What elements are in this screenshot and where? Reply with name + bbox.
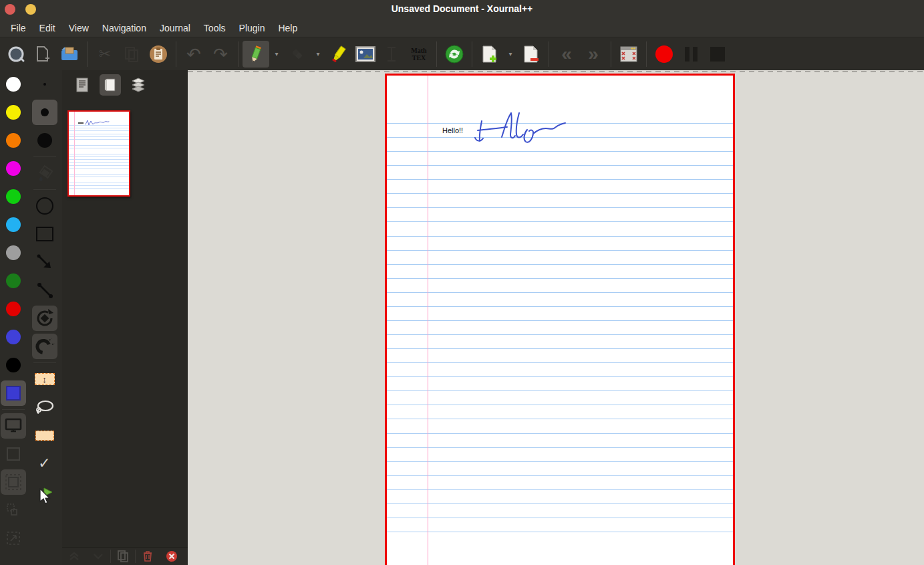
select-object-button[interactable]: ✓ (32, 451, 57, 476)
menu-help[interactable]: Help (271, 21, 304, 35)
double-chevron-left-icon: « (561, 45, 572, 64)
draw-ellipse-button[interactable] (32, 193, 57, 219)
color-swatch (6, 217, 21, 232)
copy-button[interactable] (118, 41, 145, 68)
document-page[interactable]: Hello!! (385, 74, 735, 565)
math-tex-button[interactable]: Math TEX (406, 41, 432, 68)
draw-rectangle-button[interactable] (32, 221, 57, 247)
delete-page-button[interactable] (518, 41, 545, 68)
text-tool-button[interactable] (379, 41, 406, 68)
tab-contents[interactable] (71, 74, 93, 96)
close-icon (166, 550, 178, 562)
rule-line (387, 221, 733, 222)
tab-layers[interactable] (128, 74, 149, 96)
paste-button[interactable] (145, 41, 172, 68)
stop-audio-button[interactable] (704, 41, 731, 68)
delete-page-icon (522, 45, 540, 64)
math-tex-icon: Math TEX (411, 47, 426, 62)
close-preview-button[interactable] (160, 548, 184, 565)
layers-icon (130, 77, 146, 93)
insert-image-button[interactable] (352, 41, 379, 68)
new-document-button[interactable] (29, 41, 56, 68)
new-document-icon (35, 45, 51, 63)
eraser-tool-button[interactable] (284, 41, 311, 68)
record-audio-button[interactable] (651, 41, 677, 68)
next-annotated-page-button[interactable]: » (580, 41, 607, 68)
rule-line (387, 306, 733, 307)
rule-line (387, 151, 733, 152)
thumbnail-text (78, 122, 84, 124)
highlighter-tool-button[interactable] (325, 41, 352, 68)
move-page-up-button[interactable] (62, 548, 86, 565)
toolbar-separator (176, 41, 176, 67)
color-swatch (6, 133, 21, 148)
window-title: Unsaved Document - Xournal++ (0, 3, 924, 14)
copy-page-button[interactable] (111, 548, 135, 565)
menu-plugin[interactable]: Plugin (233, 21, 272, 35)
select-region-button[interactable] (32, 394, 57, 420)
redo-button[interactable]: ↷ (207, 41, 234, 68)
menu-file[interactable]: File (4, 21, 33, 35)
color-green-button[interactable] (1, 184, 26, 209)
fullscreen-button[interactable] (615, 41, 642, 68)
color-red-button[interactable] (1, 296, 26, 322)
draw-arrow-button[interactable] (32, 249, 57, 275)
separator (33, 362, 56, 363)
menu-view[interactable]: View (62, 21, 96, 35)
page-thumbnail[interactable] (67, 110, 130, 197)
color-blue-button[interactable] (1, 324, 26, 350)
thickness-fine-button[interactable] (32, 72, 57, 97)
cut-button[interactable]: ✂ (92, 41, 118, 68)
fill-button[interactable] (32, 160, 57, 186)
pen-options-dropdown[interactable]: ▾ (269, 41, 284, 68)
menu-edit[interactable]: Edit (33, 21, 62, 35)
disabled-selection-button-4 (1, 526, 26, 551)
vertical-space-tool-button[interactable]: ↕ (32, 366, 57, 392)
draw-line-button[interactable] (32, 277, 57, 303)
move-page-down-button[interactable] (86, 548, 110, 565)
color-dark-green-button[interactable] (1, 268, 26, 294)
menu-journal[interactable]: Journal (153, 21, 197, 35)
menu-navigation[interactable]: Navigation (96, 21, 153, 35)
separator (2, 409, 25, 410)
eraser-icon (289, 45, 306, 63)
save-button[interactable] (3, 41, 29, 68)
add-page-button[interactable] (476, 41, 503, 68)
chevron-down-icon: ▾ (275, 50, 278, 58)
open-button[interactable] (56, 41, 83, 68)
color-white-button[interactable] (1, 72, 26, 97)
grid-snapping-button[interactable] (32, 334, 57, 359)
color-swatch (6, 245, 21, 260)
color-swatch (6, 358, 21, 372)
color-light-blue-button[interactable] (1, 212, 26, 237)
color-magenta-button[interactable] (1, 156, 26, 181)
vertical-space-icon: ↕ (35, 373, 55, 385)
shape-recognizer-button[interactable] (441, 41, 468, 68)
thickness-thick-button[interactable] (32, 128, 57, 153)
rule-line (387, 503, 733, 504)
presentation-mode-button[interactable] (1, 413, 26, 439)
page-boundary-dashes (188, 71, 924, 72)
menubar: FileEditViewNavigationJournalToolsPlugin… (0, 19, 924, 37)
select-rectangle-button[interactable] (32, 423, 57, 448)
cut-icon: ✂ (99, 47, 111, 62)
current-color-indicator[interactable] (1, 380, 26, 406)
tab-page-preview[interactable] (100, 74, 121, 96)
color-gray-button[interactable] (1, 240, 26, 265)
color-yellow-button[interactable] (1, 100, 26, 125)
eraser-options-dropdown[interactable]: ▾ (311, 41, 325, 68)
thickness-medium-button[interactable] (32, 100, 57, 125)
pen-tool-button[interactable] (243, 41, 269, 68)
delete-page-button-preview[interactable] (136, 548, 160, 565)
previous-annotated-page-button[interactable]: « (553, 41, 580, 68)
document-canvas[interactable]: Hello!! (188, 70, 924, 565)
menu-tools[interactable]: Tools (197, 21, 233, 35)
rotation-snap-button[interactable] (32, 306, 57, 331)
rule-line (387, 433, 733, 434)
rule-line (387, 236, 733, 237)
add-page-dropdown[interactable]: ▾ (503, 41, 518, 68)
undo-button[interactable]: ↶ (180, 41, 207, 68)
color-black-button[interactable] (1, 352, 26, 378)
pause-audio-button[interactable] (677, 41, 704, 68)
color-orange-button[interactable] (1, 128, 26, 153)
